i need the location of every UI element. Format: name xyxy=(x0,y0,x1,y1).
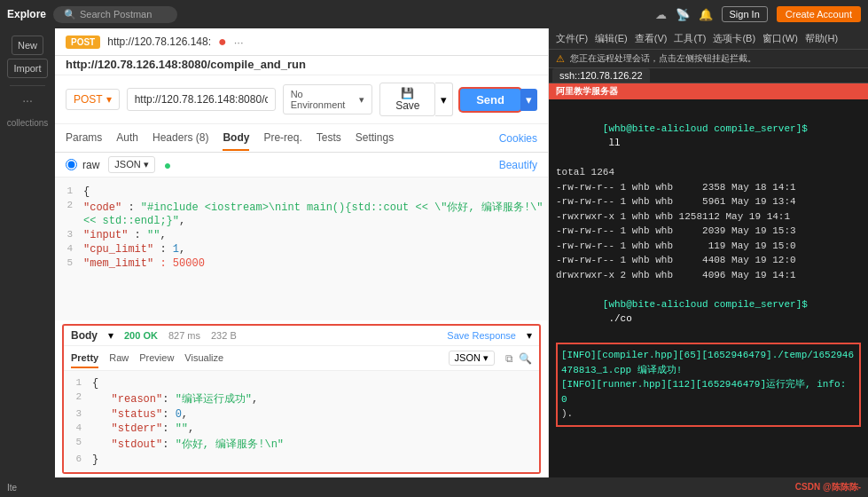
chevron-down-icon: ▾ xyxy=(108,329,113,342)
signin-button[interactable]: Sign In xyxy=(722,6,768,22)
search-box[interactable]: 🔍 Search Postman xyxy=(53,6,177,23)
code-line-4: 4 "cpu_limit" : 1, xyxy=(55,242,548,256)
body-active-dot: ● xyxy=(164,158,171,172)
method-select[interactable]: POST ▾ xyxy=(66,89,120,110)
save-button[interactable]: 💾 Save xyxy=(379,83,435,116)
collections-label: collections xyxy=(7,118,49,128)
resp-format-select[interactable]: JSON ▾ xyxy=(449,351,495,366)
save-response-chevron-icon: ▾ xyxy=(527,329,532,342)
resp-icons: ⧉ 🔍 xyxy=(505,352,532,365)
send-arrow-button[interactable]: ▾ xyxy=(520,89,537,111)
code-line-2: 2 "code" : "#include <iostream>\nint mai… xyxy=(55,199,548,228)
search-resp-icon[interactable]: 🔍 xyxy=(519,352,532,365)
copy-icon[interactable]: ⧉ xyxy=(505,352,513,365)
server-label: 阿里教学服务器 xyxy=(549,83,868,99)
search-icon: 🔍 xyxy=(64,9,76,20)
edit-menu[interactable]: 编辑(E) xyxy=(595,32,628,45)
env-chevron-icon: ▾ xyxy=(359,94,364,106)
code-line-3: 3 "input" : "", xyxy=(55,228,548,242)
terminal-file-1: -rw-rw-r-- 1 whb whb 2358 May 18 14:1 xyxy=(556,180,861,195)
save-button-group: 💾 Save ▾ xyxy=(379,83,453,116)
sidebar-more-dots[interactable]: ··· xyxy=(22,93,33,107)
help-menu[interactable]: 帮助(H) xyxy=(805,32,838,45)
terminal-file-5: -rw-rw-r-- 1 whb whb 119 May 19 15:0 xyxy=(556,239,861,254)
view-menu[interactable]: 查看(V) xyxy=(635,32,668,45)
card-menu[interactable]: 选项卡(B) xyxy=(713,32,755,45)
method-chevron-icon: ▾ xyxy=(106,93,112,106)
url-bar: POST http://120.78.126.148: ● ··· xyxy=(55,28,548,56)
tab-cookies[interactable]: Cookies xyxy=(499,132,537,145)
raw-radio-input[interactable] xyxy=(66,159,77,170)
terminal-file-4: -rw-rw-r-- 1 whb whb 2039 May 19 15:3 xyxy=(556,224,861,239)
url-input[interactable] xyxy=(127,88,276,111)
create-account-button[interactable]: Create Account xyxy=(777,6,861,22)
tab-headers[interactable]: Headers (8) xyxy=(152,126,208,151)
save-response-button[interactable]: Save Response xyxy=(447,330,516,341)
response-panel: Body ▾ 200 OK 827 ms 232 B Save Response… xyxy=(62,324,541,474)
terminal-file-6: -rw-rw-r-- 1 whb whb 4408 May 19 12:0 xyxy=(556,253,861,268)
satellite-icon[interactable]: 📡 xyxy=(676,8,690,21)
top-bar: Explore 🔍 Search Postman ☁ 📡 🔔 Sign In C… xyxy=(0,0,868,28)
save-arrow-button[interactable]: ▾ xyxy=(435,83,453,116)
terminal-prompt-2: [whb@bite-alicloud compile_server]$ ./co xyxy=(556,282,861,341)
resp-tab-visualize[interactable]: Visualize xyxy=(184,349,223,368)
env-selector[interactable]: No Environment ▾ xyxy=(283,84,373,114)
new-button[interactable]: New xyxy=(12,36,43,55)
search-placeholder: Search Postman xyxy=(80,9,152,20)
code-line-5: 5 "mem_limit" : 50000 xyxy=(55,256,548,271)
response-code: 1 { 2 "reason": "编译运行成功", 3 "status": 0, xyxy=(64,371,539,472)
tab-tests[interactable]: Tests xyxy=(317,126,341,151)
resp-line-1: 1 { xyxy=(64,376,539,390)
tab-params[interactable]: Params xyxy=(66,126,102,151)
sidebar-divider xyxy=(10,85,45,86)
status-dot: ● xyxy=(218,34,227,50)
code-editor[interactable]: 1 { 2 "code" : "#include <iostream>\nint… xyxy=(55,178,548,320)
import-button[interactable]: Import xyxy=(7,59,47,78)
resp-format-chevron-icon: ▾ xyxy=(483,352,489,363)
tab-prereq[interactable]: Pre-req. xyxy=(263,126,301,151)
send-button-group: Send ▾ xyxy=(460,89,537,111)
server-banner: ⚠ 您正在远程处理会话，点击左侧按钮挂起拦截。 xyxy=(549,50,868,68)
tab-auth[interactable]: Auth xyxy=(116,126,138,151)
terminal-prompt-1: [whb@bite-alicloud compile_server]$ ll xyxy=(556,106,861,165)
send-button[interactable]: Send xyxy=(460,89,520,111)
terminal-tab-label: ssh::120.78.126.22 xyxy=(559,70,643,81)
main-layout: New Import ··· collections POST http://1… xyxy=(0,28,868,477)
cloud-icon[interactable]: ☁ xyxy=(655,8,667,21)
window-menu[interactable]: 窗口(W) xyxy=(762,32,798,45)
url-short-display: http://120.78.126.148: xyxy=(107,36,211,48)
terminal-content[interactable]: [whb@bite-alicloud compile_server]$ ll t… xyxy=(549,99,868,477)
bottom-bar: Ite CSDN @陈陈陈- xyxy=(0,477,868,497)
tools-menu[interactable]: 工具(T) xyxy=(674,32,706,45)
resp-tab-raw[interactable]: Raw xyxy=(109,349,129,368)
tab-body[interactable]: Body xyxy=(223,126,249,151)
file-menu[interactable]: 文件(F) xyxy=(556,32,588,45)
resp-tab-pretty[interactable]: Pretty xyxy=(71,349,98,368)
beautify-button[interactable]: Beautify xyxy=(499,159,537,171)
terminal-tab-row: ssh::120.78.126.22 xyxy=(549,68,868,83)
response-body-label: Body xyxy=(71,329,98,342)
request-url-row: POST ▾ No Environment ▾ 💾 Save ▾ Send ▾ xyxy=(55,75,548,124)
resp-line-2: 2 "reason": "编译运行成功", xyxy=(64,390,539,407)
terminal-highlight-block: [INFO][compiler.hpp][65][1652946479]./te… xyxy=(556,343,861,427)
more-options[interactable]: ··· xyxy=(234,36,244,49)
format-select[interactable]: JSON ▾ xyxy=(108,156,154,173)
bell-icon[interactable]: 🔔 xyxy=(699,8,713,21)
code-line-1: 1 { xyxy=(55,185,548,199)
raw-label[interactable]: raw xyxy=(82,159,99,171)
terminal-output: total 1264 xyxy=(556,165,861,180)
response-size: 232 B xyxy=(211,330,237,341)
resp-tab-preview[interactable]: Preview xyxy=(139,349,174,368)
raw-radio: raw xyxy=(66,159,99,171)
resp-line-4: 4 "stderr": "", xyxy=(64,422,539,436)
top-bar-icons: ☁ 📡 🔔 Sign In Create Account xyxy=(655,6,861,22)
tab-settings[interactable]: Settings xyxy=(356,126,394,151)
left-sidebar: New Import ··· collections xyxy=(0,28,55,477)
terminal-close-bracket: ). xyxy=(561,406,856,422)
response-status: 200 OK xyxy=(124,330,158,341)
terminal-file-3: -rwxrwxr-x 1 whb whb 1258112 May 19 14:1 xyxy=(556,209,861,225)
terminal-tab-ssh[interactable]: ssh::120.78.126.22 xyxy=(552,68,650,83)
resp-line-6: 6 } xyxy=(64,453,539,467)
terminal-file-2: -rw-rw-r-- 1 whb whb 5961 May 19 13:4 xyxy=(556,194,861,209)
terminal-title-bar: 文件(F) 编辑(E) 查看(V) 工具(T) 选项卡(B) 窗口(W) 帮助(… xyxy=(549,28,868,50)
